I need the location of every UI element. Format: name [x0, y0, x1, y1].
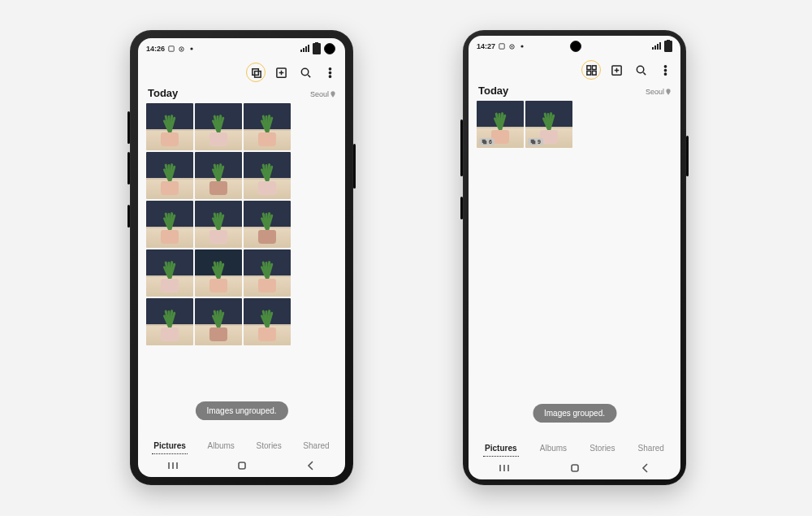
photo-grid	[146, 103, 337, 345]
svg-point-10	[329, 76, 330, 77]
create-button[interactable]	[272, 63, 290, 81]
more-button[interactable]	[656, 61, 674, 79]
nav-bar	[469, 460, 680, 476]
dot-icon	[519, 43, 525, 50]
search-button[interactable]	[632, 61, 650, 79]
section-header: Today Seoul	[148, 87, 335, 99]
photo-thumbnail[interactable]	[195, 152, 242, 199]
tab-stories[interactable]: Stories	[255, 438, 283, 454]
toolbar	[246, 63, 339, 82]
photo-thumbnail[interactable]	[244, 152, 291, 199]
tab-stories[interactable]: Stories	[588, 440, 616, 457]
nav-back[interactable]	[629, 462, 662, 475]
location-text: Seoul	[310, 90, 329, 98]
svg-point-3	[190, 47, 192, 50]
nav-home[interactable]	[226, 459, 258, 472]
svg-point-14	[512, 46, 513, 47]
more-icon	[659, 64, 672, 76]
toolbar	[581, 60, 674, 80]
nav-home[interactable]	[559, 462, 591, 475]
photo-thumbnail[interactable]: 6	[477, 101, 524, 148]
svg-rect-29	[572, 465, 578, 471]
photo-thumbnail[interactable]	[146, 249, 193, 297]
battery-icon	[664, 41, 672, 52]
search-button[interactable]	[296, 63, 314, 81]
photo-thumbnail[interactable]: 9	[525, 101, 572, 148]
photo-thumbnail[interactable]	[146, 201, 193, 248]
photo-thumbnail[interactable]	[195, 249, 242, 297]
photo-thumbnail[interactable]	[146, 103, 193, 150]
photo-thumbnail[interactable]	[195, 201, 242, 248]
section-location: Seoul	[646, 88, 671, 96]
side-button	[127, 152, 130, 184]
section-header: Today Seoul	[478, 85, 671, 97]
tab-albums[interactable]: Albums	[206, 438, 236, 454]
side-button	[686, 136, 689, 176]
phone-right: 14:27 Today	[463, 30, 686, 485]
nav-recents[interactable]	[488, 462, 520, 475]
group-toggle-button[interactable]	[581, 60, 601, 80]
search-icon	[300, 67, 312, 79]
tab-pictures[interactable]: Pictures	[152, 438, 187, 454]
svg-rect-5	[254, 71, 261, 77]
svg-rect-28	[532, 141, 535, 144]
group-count-badge: 6	[479, 138, 495, 145]
nav-recents[interactable]	[157, 459, 189, 472]
screen-left: 14:26 Today	[138, 38, 345, 477]
screen-right: 14:27 Today	[469, 36, 680, 479]
tab-albums[interactable]: Albums	[538, 440, 568, 457]
tab-shared[interactable]: Shared	[637, 440, 666, 457]
svg-rect-12	[499, 44, 504, 49]
photo-thumbnail[interactable]	[244, 201, 291, 248]
photo-thumbnail[interactable]	[244, 103, 291, 150]
photo-thumbnail[interactable]	[244, 249, 291, 297]
photo-thumbnail[interactable]	[146, 152, 193, 199]
photo-thumbnail[interactable]	[244, 298, 291, 345]
svg-rect-11	[239, 462, 245, 469]
nav-bar	[138, 457, 345, 474]
status-time: 14:27	[477, 42, 495, 50]
svg-point-2	[181, 48, 183, 50]
recents-icon	[166, 459, 179, 472]
svg-point-9	[329, 72, 330, 73]
svg-rect-0	[169, 46, 174, 51]
svg-point-24	[664, 73, 666, 75]
more-button[interactable]	[321, 63, 339, 81]
section-title: Today	[478, 85, 508, 97]
gear-icon	[508, 43, 516, 50]
side-button	[460, 119, 463, 176]
location-pin-icon	[330, 91, 335, 98]
create-icon	[275, 67, 287, 79]
group-toggle-button[interactable]	[246, 63, 266, 82]
status-bar: 14:26	[138, 38, 345, 58]
photo-thumbnail[interactable]	[195, 103, 242, 150]
home-icon	[568, 462, 581, 475]
battery-icon	[313, 43, 321, 54]
tab-pictures[interactable]: Pictures	[483, 440, 518, 457]
gear-icon	[178, 46, 185, 53]
create-button[interactable]	[607, 61, 625, 79]
bottom-tabs: PicturesAlbumsStoriesShared	[469, 440, 680, 457]
tab-shared[interactable]: Shared	[301, 438, 330, 454]
status-bar: 14:27	[469, 36, 680, 55]
image-icon	[168, 46, 175, 52]
recents-icon	[498, 462, 511, 475]
side-button	[127, 205, 130, 228]
grid-icon	[585, 64, 598, 76]
photo-grid: 69	[477, 101, 672, 148]
create-icon	[611, 64, 623, 76]
location-text: Seoul	[646, 88, 664, 96]
image-icon	[499, 43, 505, 50]
section-location: Seoul	[310, 90, 335, 98]
location-pin-icon	[666, 89, 671, 95]
nav-back[interactable]	[295, 459, 327, 472]
search-icon	[635, 64, 647, 76]
svg-rect-16	[586, 65, 590, 69]
svg-point-8	[329, 67, 330, 69]
back-icon	[304, 459, 317, 472]
dot-icon	[188, 46, 195, 52]
svg-point-15	[520, 45, 523, 47]
svg-rect-17	[592, 65, 596, 69]
photo-thumbnail[interactable]	[146, 298, 193, 345]
photo-thumbnail[interactable]	[195, 298, 242, 345]
